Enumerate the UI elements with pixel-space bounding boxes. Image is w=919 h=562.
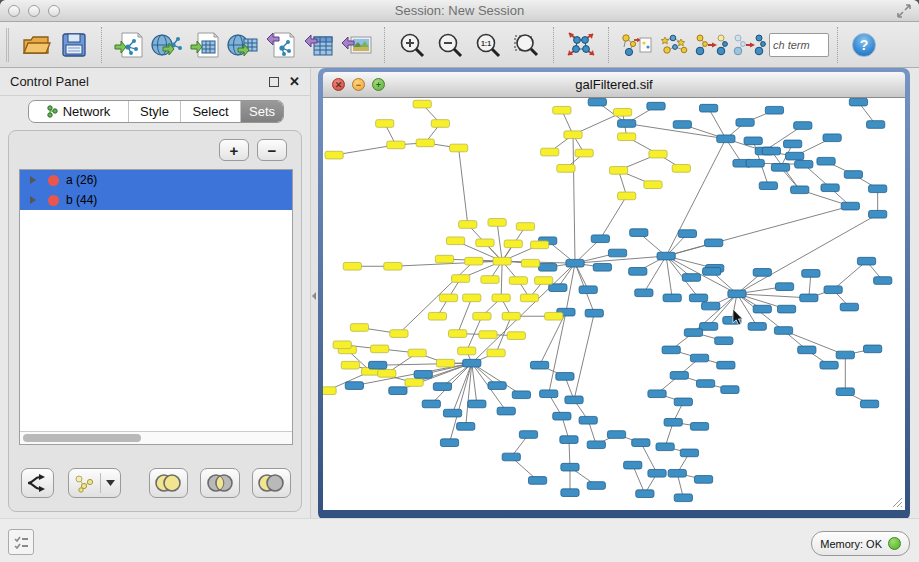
new-network-from-selection-button[interactable] — [693, 26, 731, 64]
remove-set-button[interactable]: − — [257, 139, 287, 161]
new-network-from-selection-all-edges-button[interactable] — [731, 26, 769, 64]
select-first-neighbors-button[interactable] — [655, 26, 693, 64]
expand-caret-icon[interactable] — [30, 176, 36, 184]
graph-node — [635, 289, 653, 297]
graph-node — [759, 182, 777, 190]
zoom-in-button[interactable] — [393, 26, 431, 64]
graph-node — [343, 262, 361, 270]
graph-node — [648, 469, 666, 477]
help-button[interactable]: ? — [852, 33, 876, 57]
graph-node — [632, 439, 650, 447]
tab-select-label: Select — [192, 104, 228, 119]
scrollbar-thumb[interactable] — [23, 434, 141, 442]
fullscreen-icon[interactable] — [897, 4, 911, 18]
memory-status-button[interactable]: Memory: OK — [811, 531, 910, 556]
horizontal-scrollbar[interactable] — [20, 431, 292, 444]
graph-node — [545, 312, 563, 320]
zoom-fit-selected-button[interactable] — [507, 26, 545, 64]
graph-node — [493, 257, 511, 265]
graph-node — [435, 255, 453, 263]
network-minimize-button[interactable]: − — [352, 78, 365, 91]
graph-node — [520, 294, 538, 302]
zoom-1-1-icon: 1:1 — [474, 31, 502, 59]
venn-intersection-icon — [205, 473, 235, 493]
graph-node — [841, 202, 859, 210]
network-zoom-button[interactable]: + — [372, 78, 385, 91]
graph-node — [824, 286, 842, 294]
open-session-button[interactable] — [17, 26, 55, 64]
zoom-out-button[interactable] — [431, 26, 469, 64]
graph-node — [636, 490, 654, 498]
tab-style-label: Style — [140, 104, 169, 119]
tab-select[interactable]: Select — [181, 101, 241, 122]
toolbar-drag-handle[interactable] — [6, 28, 9, 62]
float-panel-icon[interactable] — [269, 77, 279, 87]
zoom-actual-size-button[interactable]: 1:1 — [469, 26, 507, 64]
graph-node — [867, 121, 885, 129]
graph-node — [753, 305, 771, 313]
graph-node — [492, 294, 510, 302]
create-set-combo-button[interactable] — [68, 468, 121, 498]
graph-node — [560, 436, 578, 444]
union-sets-button[interactable] — [149, 468, 188, 498]
resize-grip[interactable] — [891, 496, 903, 508]
difference-sets-button[interactable] — [252, 468, 291, 498]
graph-node — [504, 240, 522, 248]
graph-node — [836, 351, 854, 359]
import-table-file-button[interactable] — [186, 26, 224, 64]
search-input[interactable] — [769, 33, 829, 57]
add-set-button[interactable]: + — [219, 139, 249, 161]
intersect-sets-button[interactable] — [200, 468, 239, 498]
toolbar-separator — [553, 27, 554, 63]
network-close-button[interactable]: ✕ — [332, 78, 345, 91]
graph-node — [821, 184, 839, 192]
sets-list: a (26) b (44) — [19, 169, 293, 445]
graph-node — [670, 372, 688, 380]
split-set-button[interactable] — [21, 468, 54, 498]
network-graph[interactable] — [323, 98, 905, 510]
graph-node — [662, 346, 680, 354]
graph-node — [717, 361, 735, 369]
save-session-button[interactable] — [55, 26, 93, 64]
export-image-button[interactable] — [338, 26, 376, 64]
set-label: b (44) — [66, 193, 97, 207]
graph-node — [860, 400, 878, 408]
collapse-arrow-icon[interactable] — [312, 292, 316, 300]
graph-node — [674, 398, 692, 406]
export-network-button[interactable] — [262, 26, 300, 64]
network-canvas[interactable] — [323, 98, 905, 510]
graph-node — [566, 259, 584, 267]
graph-node — [463, 359, 481, 367]
import-table-url-button[interactable] — [224, 26, 262, 64]
close-panel-icon[interactable]: ✕ — [289, 77, 300, 87]
tab-style[interactable]: Style — [129, 101, 181, 122]
control-panel-title: Control Panel — [10, 74, 269, 89]
window-title: Session: New Session — [0, 3, 919, 18]
set-row-b[interactable]: b (44) — [20, 190, 292, 210]
graph-node — [325, 151, 343, 159]
venn-difference-icon — [256, 473, 286, 493]
import-network-url-button[interactable] — [148, 26, 186, 64]
select-from-file-icon — [619, 30, 653, 60]
select-from-file-button[interactable] — [617, 26, 655, 64]
graph-node — [371, 345, 389, 353]
tab-network[interactable]: Network — [29, 101, 129, 122]
set-row-a[interactable]: a (26) — [20, 170, 292, 190]
graph-node — [649, 150, 667, 158]
main-titlebar: Session: New Session — [0, 0, 919, 22]
export-table-button[interactable] — [300, 26, 338, 64]
graph-node — [613, 108, 631, 116]
expand-caret-icon[interactable] — [30, 196, 36, 204]
task-monitor-button[interactable] — [8, 529, 34, 555]
graph-node — [689, 294, 707, 302]
panel-splitter[interactable] — [310, 68, 318, 518]
import-network-file-button[interactable] — [110, 26, 148, 64]
network-window-titlebar[interactable]: ✕ − + galFiltered.sif — [323, 72, 905, 98]
tab-sets[interactable]: Sets — [241, 101, 283, 122]
sets-toolbar — [21, 465, 291, 501]
graph-node — [561, 489, 579, 497]
apply-layout-button[interactable] — [562, 26, 600, 64]
graph-node — [389, 387, 407, 395]
graph-node — [771, 164, 789, 172]
import-network-url-icon — [151, 31, 183, 59]
